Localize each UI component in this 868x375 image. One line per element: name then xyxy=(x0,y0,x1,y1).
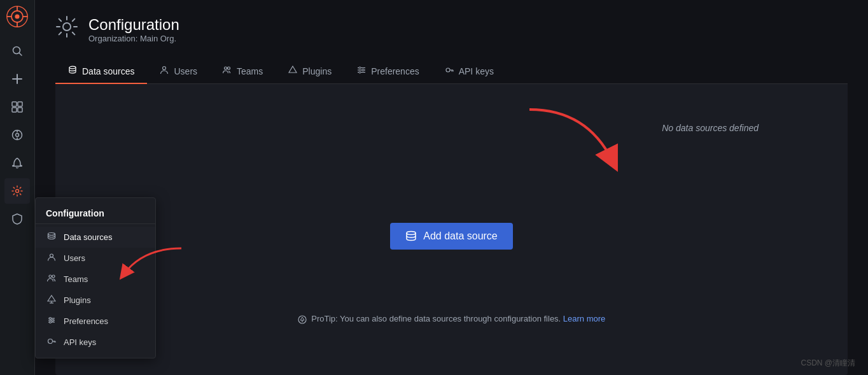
grafana-logo[interactable] xyxy=(6,5,29,28)
svg-point-40 xyxy=(163,67,166,70)
tab-label: Data sources xyxy=(82,66,134,76)
tab-api-keys[interactable]: API keys xyxy=(432,59,507,84)
svg-point-21 xyxy=(50,254,53,257)
sidebar xyxy=(0,0,35,375)
dropdown-item-data-sources[interactable]: Data sources xyxy=(36,227,155,248)
data-sources-menu-icon xyxy=(46,232,57,243)
svg-rect-11 xyxy=(12,102,17,106)
dropdown-item-label: Data sources xyxy=(64,232,113,242)
svg-point-39 xyxy=(69,66,76,69)
svg-line-8 xyxy=(20,53,22,56)
dropdown-item-users[interactable]: Users xyxy=(36,248,155,269)
configuration-icon[interactable] xyxy=(4,178,30,204)
svg-point-30 xyxy=(50,318,52,320)
content-area: No data sources defined Add data source xyxy=(55,84,848,375)
dropdown-header: Configuration xyxy=(36,203,155,224)
svg-point-38 xyxy=(63,23,71,31)
svg-point-19 xyxy=(16,190,19,193)
dropdown-item-label: Teams xyxy=(64,274,88,284)
page-subtitle: Organization: Main Org. xyxy=(88,34,179,43)
dashboards-icon[interactable] xyxy=(4,94,30,120)
svg-point-33 xyxy=(48,339,53,344)
page-header: Configuration Organization: Main Org. xyxy=(55,15,848,43)
preferences-menu-icon xyxy=(46,316,57,327)
svg-point-49 xyxy=(359,71,361,73)
svg-point-32 xyxy=(50,322,52,323)
svg-point-50 xyxy=(446,68,450,72)
dropdown-item-plugins[interactable]: Plugins xyxy=(36,290,155,311)
dropdown-item-api-keys[interactable]: API keys xyxy=(36,332,155,353)
svg-marker-24 xyxy=(48,295,55,301)
svg-point-20 xyxy=(48,233,55,236)
tab-plugins[interactable]: Plugins xyxy=(276,59,344,84)
protip-content: ProTip: You can also define data sources… xyxy=(311,314,561,323)
svg-marker-43 xyxy=(289,66,297,73)
page-header-text: Configuration Organization: Main Org. xyxy=(88,16,179,43)
tab-label: API keys xyxy=(459,66,494,76)
api-keys-tab-icon xyxy=(445,66,454,76)
svg-point-7 xyxy=(13,47,20,54)
svg-rect-12 xyxy=(18,102,22,106)
config-header-icon xyxy=(55,15,78,43)
tab-preferences[interactable]: Preferences xyxy=(344,59,431,84)
svg-point-2 xyxy=(15,14,19,18)
tab-data-sources[interactable]: Data sources xyxy=(55,59,147,84)
search-icon[interactable] xyxy=(4,38,30,64)
tab-label: Plugins xyxy=(302,66,332,76)
svg-point-47 xyxy=(359,67,361,69)
alerting-icon[interactable] xyxy=(4,150,30,176)
configuration-dropdown: Configuration Data sources Users xyxy=(35,197,156,358)
shield-icon[interactable] xyxy=(4,206,30,232)
tab-label: Preferences xyxy=(371,66,419,76)
svg-point-16 xyxy=(16,134,19,137)
api-keys-menu-icon xyxy=(46,337,57,348)
teams-tab-icon xyxy=(223,66,232,76)
svg-rect-14 xyxy=(18,108,22,112)
add-data-source-label: Add data source xyxy=(423,230,498,242)
preferences-tab-icon xyxy=(357,66,366,76)
svg-rect-13 xyxy=(12,108,17,112)
dropdown-item-teams[interactable]: Teams xyxy=(36,269,155,290)
dropdown-item-preferences[interactable]: Preferences xyxy=(36,311,155,332)
dropdown-item-label: Plugins xyxy=(64,295,91,305)
dropdown-item-label: Users xyxy=(64,253,85,263)
tabs-bar: Data sources Users Teams xyxy=(55,59,848,84)
dropdown-item-label: API keys xyxy=(64,337,96,347)
svg-point-31 xyxy=(52,320,54,322)
data-sources-tab-icon xyxy=(68,66,77,76)
explore-icon[interactable] xyxy=(4,122,30,148)
svg-point-23 xyxy=(52,275,55,278)
plugins-menu-icon xyxy=(46,295,57,306)
users-menu-icon xyxy=(46,253,57,264)
add-data-source-button[interactable]: Add data source xyxy=(390,223,513,250)
tab-users[interactable]: Users xyxy=(147,59,210,84)
empty-state-text: No data sources defined xyxy=(662,122,759,134)
dropdown-item-label: Preferences xyxy=(64,316,108,326)
svg-point-22 xyxy=(49,275,52,278)
svg-point-41 xyxy=(225,67,227,69)
teams-menu-icon xyxy=(46,274,57,285)
tab-label: Users xyxy=(174,66,197,76)
plugins-tab-icon xyxy=(288,66,297,76)
learn-more-link[interactable]: Learn more xyxy=(563,314,605,323)
protip-text: ProTip: You can also define data sources… xyxy=(298,314,606,324)
tab-teams[interactable]: Teams xyxy=(210,59,276,84)
svg-point-48 xyxy=(362,69,364,71)
tab-label: Teams xyxy=(237,66,263,76)
page-title: Configuration xyxy=(88,16,179,34)
watermark: CSDN @清瞳清 xyxy=(801,358,855,369)
main-arrow xyxy=(510,103,638,186)
main-content: Configuration Organization: Main Org. Da… xyxy=(35,0,868,375)
svg-point-55 xyxy=(407,231,416,234)
users-tab-icon xyxy=(160,66,169,76)
add-new-icon[interactable] xyxy=(4,66,30,92)
svg-point-42 xyxy=(228,67,230,69)
